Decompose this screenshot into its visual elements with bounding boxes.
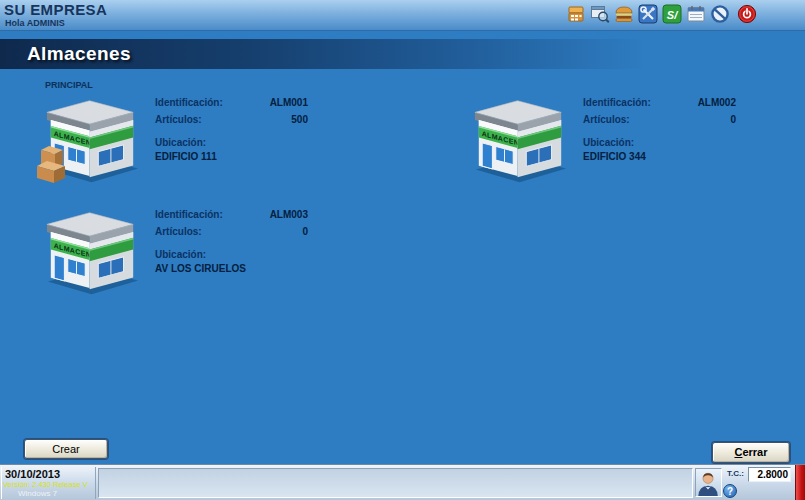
articles-label: Artículos:	[583, 111, 696, 128]
warehouse-fields: Identificación:ALM002 Artículos:0 Ubicac…	[583, 92, 736, 187]
location-value: AV LOS CIRUELOS	[155, 263, 308, 274]
id-value: ALM003	[268, 206, 308, 223]
calculator-icon	[566, 4, 586, 24]
id-value: ALM001	[268, 94, 308, 111]
search-button[interactable]	[589, 3, 611, 25]
currency-sol-icon: S/	[662, 4, 682, 24]
red-corner-strip	[795, 465, 805, 500]
page-title: Almacenes	[27, 43, 131, 65]
articles-label: Artículos:	[155, 223, 268, 240]
status-version: Versión: 2.430 Release V	[3, 480, 96, 489]
warehouse-fields: Identificación:ALM001 Artículos:500 Ubic…	[155, 92, 308, 187]
app-window: ALMACEN SU EMPRESA Hola ADMINIS	[0, 0, 805, 500]
status-bar: 30/10/2013 Versión: 2.430 Release V Wind…	[0, 464, 805, 500]
warehouse-card-alm003[interactable]: Identificación:ALM003 Artículos:0 Ubicac…	[36, 204, 308, 299]
warehouse-icon	[464, 92, 576, 187]
articles-value: 500	[268, 111, 308, 128]
exchange-rate-value: 2.8000	[748, 467, 791, 482]
user-icon	[696, 469, 721, 496]
warehouse-icon	[36, 92, 148, 187]
status-right-panel: T.C.: 2.8000 ?	[695, 466, 793, 500]
currency-sol-button[interactable]: S/	[661, 3, 683, 25]
create-button[interactable]: Crear	[24, 439, 108, 459]
calendar-button[interactable]	[685, 3, 707, 25]
warehouse-card-alm002[interactable]: Identificación:ALM002 Artículos:0 Ubicac…	[464, 92, 736, 187]
close-button[interactable]: Cerrar	[712, 442, 790, 463]
top-bar: SU EMPRESA Hola ADMINIS S/	[0, 0, 805, 31]
help-icon[interactable]: ?	[723, 484, 737, 498]
boxes-icon	[33, 138, 75, 184]
id-label: Identificación:	[155, 94, 268, 111]
warehouse-fields: Identificación:ALM003 Artículos:0 Ubicac…	[155, 204, 308, 299]
articles-value: 0	[696, 111, 736, 128]
status-left-panel: 30/10/2013 Versión: 2.430 Release V Wind…	[2, 467, 96, 499]
articles-label: Artículos:	[155, 111, 268, 128]
no-entry-icon	[710, 4, 730, 24]
status-date: 30/10/2013	[5, 468, 96, 480]
status-os: Windows 7	[18, 489, 96, 498]
tools-icon	[638, 4, 658, 24]
power-icon	[737, 4, 757, 24]
company-name: SU EMPRESA	[4, 1, 107, 18]
id-value: ALM002	[696, 94, 736, 111]
close-button-label: Cerrar	[713, 444, 789, 461]
location-value: EDIFICIO 344	[583, 151, 736, 162]
status-middle-panel	[98, 468, 693, 498]
location-label: Ubicación:	[155, 137, 308, 148]
no-entry-button[interactable]	[709, 3, 731, 25]
location-value: EDIFICIO 111	[155, 151, 308, 162]
id-label: Identificación:	[155, 206, 268, 223]
warehouse-icon	[36, 204, 148, 299]
id-label: Identificación:	[583, 94, 696, 111]
group-label: PRINCIPAL	[45, 80, 93, 90]
calculator-button[interactable]	[565, 3, 587, 25]
user-greeting: Hola ADMINIS	[5, 18, 65, 28]
hamburger-button[interactable]	[613, 3, 635, 25]
location-label: Ubicación:	[583, 137, 736, 148]
articles-value: 0	[268, 223, 308, 240]
power-button[interactable]	[736, 3, 758, 25]
calendar-icon	[686, 4, 706, 24]
title-strip: Almacenes	[0, 39, 805, 69]
search-icon	[590, 4, 610, 24]
location-label: Ubicación:	[155, 249, 308, 260]
toolbar: S/	[565, 3, 758, 25]
tools-button[interactable]	[637, 3, 659, 25]
exchange-rate-label: T.C.:	[727, 469, 744, 478]
hamburger-icon	[614, 4, 634, 24]
create-button-label: Crear	[25, 441, 107, 458]
avatar	[695, 468, 722, 497]
warehouse-card-alm001[interactable]: Identificación:ALM001 Artículos:500 Ubic…	[36, 92, 308, 187]
